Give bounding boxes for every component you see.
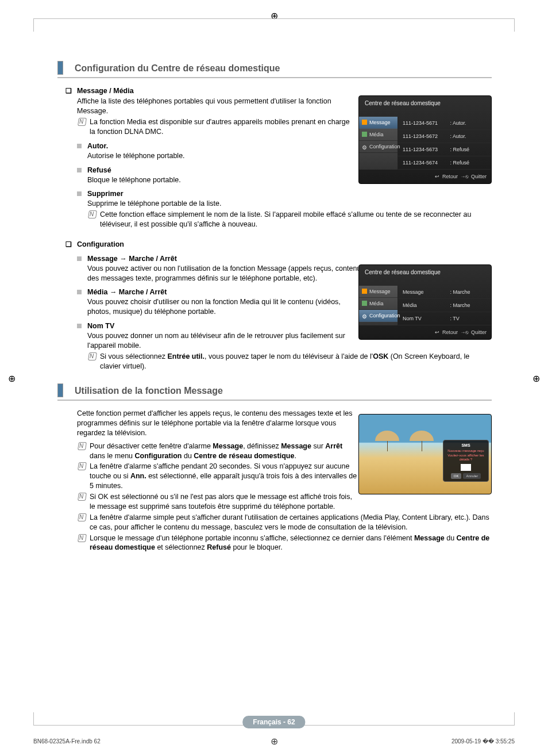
paragraph: Supprime le téléphone portable de la lis…	[87, 199, 492, 209]
osd-nav-media[interactable]: Média	[359, 298, 398, 310]
heading-message-media: Message / Média	[77, 86, 492, 96]
gear-icon	[362, 144, 367, 149]
media-icon	[362, 301, 367, 306]
alert-body: Nouveau message reçu Voulez-vous affiche…	[446, 449, 486, 462]
osd-row[interactable]: 111-1234-5673: Refusé	[398, 143, 491, 156]
section-title-config: Configuration du Centre de réseau domest…	[57, 62, 492, 78]
sms-alert-popup: SMS Nouveau message reçu Voulez-vous aff…	[443, 440, 489, 482]
osd-title: Centre de réseau domestique	[359, 96, 491, 117]
note: Si vous sélectionnez Entrée util., vous …	[87, 352, 492, 371]
osd-panel-message-list: Centre de réseau domestique Message Médi…	[358, 95, 492, 184]
crop-mark-icon: ⊕	[271, 736, 278, 747]
exit-button[interactable]: →⎋ Quitter	[460, 329, 487, 336]
note: Si OK est sélectionné ou s'il ne l'est p…	[77, 492, 358, 512]
tv-alarm-thumbnail: SMS Nouveau message reçu Voulez-vous aff…	[358, 414, 492, 494]
footer-file: BN68-02325A-Fre.indb 62	[33, 738, 101, 745]
osd-nav-config[interactable]: Configuration	[359, 141, 398, 153]
note: La fenêtre d'alarme s'affiche pendant 20…	[77, 462, 358, 491]
paragraph: Affiche la liste des téléphones portable…	[77, 97, 353, 116]
osd-nav-message[interactable]: Message	[359, 286, 398, 298]
osd-nav: Message Média Configuration	[359, 117, 398, 170]
beach-umbrella-icon	[375, 431, 399, 441]
return-button[interactable]: ↩ Retour	[435, 329, 458, 336]
note: Pour désactiver cette fenêtre d'alarme M…	[77, 442, 358, 461]
heading-supprimer: Supprimer	[87, 189, 492, 199]
ok-button[interactable]: OK	[451, 473, 462, 479]
beach-umbrella-icon	[410, 431, 434, 441]
cancel-button[interactable]: Annuler	[463, 473, 481, 479]
osd-row[interactable]: Nom TV: TV	[398, 312, 491, 325]
crop-mark-icon: ⊕	[8, 373, 16, 383]
heading-configuration: Configuration	[77, 240, 492, 250]
paragraph: Cette fonction permet d'afficher les app…	[77, 409, 358, 438]
osd-row[interactable]: 111-1234-5674: Refusé	[398, 156, 491, 170]
osd-nav-media[interactable]: Média	[359, 129, 398, 141]
alert-title: SMS	[446, 443, 486, 448]
osd-nav-config[interactable]: Configuration	[359, 310, 398, 322]
osd-footer: ↩ Retour →⎋ Quitter	[359, 325, 491, 339]
osd-nav-message[interactable]: Message	[359, 117, 398, 129]
section-title-usage: Utilisation de la fonction Message	[57, 385, 492, 401]
osd-title: Centre de réseau domestique	[359, 265, 491, 286]
paragraph: Vous pouvez donner un nom au téléviseur …	[87, 331, 363, 351]
osd-footer: ↩ Retour →⎋ Quitter	[359, 170, 491, 183]
osd-row[interactable]: Message: Marche	[398, 286, 491, 299]
print-footer: BN68-02325A-Fre.indb 62 ⊕ 2009-05-19 �� …	[33, 738, 515, 745]
envelope-icon	[461, 464, 471, 471]
note: La fenêtre d'alarme simple peut s'affich…	[77, 513, 492, 532]
osd-panel-configuration: Centre de réseau domestique Message Médi…	[358, 264, 492, 340]
osd-row[interactable]: 111-1234-5672: Autor.	[398, 130, 491, 143]
osd-row[interactable]: 111-1234-5671: Autor.	[398, 117, 491, 130]
paragraph: Vous pouvez activer ou non l'utilisation…	[87, 264, 363, 283]
return-button[interactable]: ↩ Retour	[435, 173, 458, 180]
page-indicator: Français - 62	[242, 716, 305, 728]
osd-row[interactable]: Média: Marche	[398, 299, 491, 312]
crop-mark-icon: ⊕	[532, 373, 540, 383]
envelope-icon	[362, 120, 367, 125]
osd-nav: Message Média Configuration	[359, 286, 398, 325]
gear-icon	[362, 313, 367, 318]
footer-timestamp: 2009-05-19 �� 3:55:25	[451, 738, 515, 745]
envelope-icon	[362, 289, 367, 294]
paragraph: Vous pouvez choisir d'utiliser ou non la…	[87, 297, 363, 317]
heading-message-marche: Message → Marche / Arrêt	[87, 254, 492, 264]
media-icon	[362, 132, 367, 137]
note: Lorsque le message d'un téléphone portab…	[77, 534, 492, 553]
note: Cette fonction efface simplement le nom …	[87, 210, 492, 229]
note: La fonction Media est disponible sur d'a…	[77, 117, 353, 137]
exit-button[interactable]: →⎋ Quitter	[460, 173, 487, 180]
